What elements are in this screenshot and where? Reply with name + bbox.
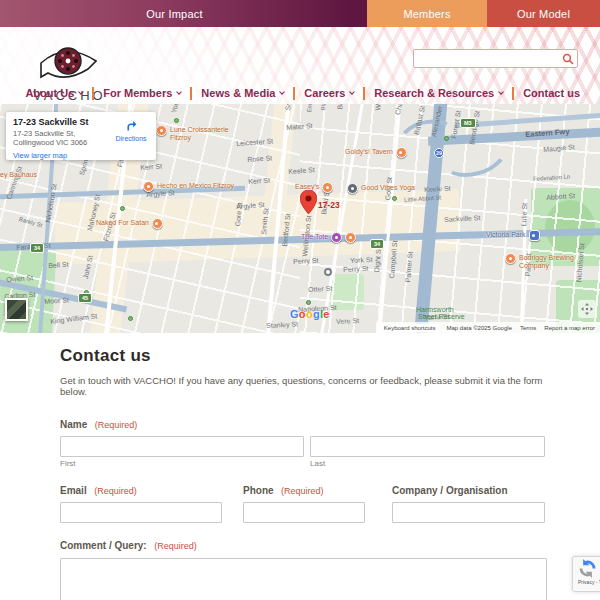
comment-label: Comment / Query: [60, 540, 147, 551]
street-label: Perry St [343, 265, 369, 273]
intro-text: Get in touch with VACCHO! If you have an… [60, 375, 545, 397]
poi-label: Hecho en Mexico Fitzroy [157, 182, 234, 190]
music-poi-icon [331, 232, 342, 243]
street-label: Bell St [48, 261, 69, 269]
comment-field-group: Comment / Query: (Required) [60, 535, 545, 600]
recaptcha-privacy-terms: Privacy - Terms [578, 579, 600, 585]
nav-news-media[interactable]: News & Media [201, 87, 284, 99]
route-shield: M3 [460, 118, 476, 128]
map-roundabout-marker [324, 268, 332, 276]
google-logo[interactable]: Google [290, 308, 330, 320]
satellite-toggle[interactable] [5, 298, 28, 321]
route-shield: 34 [30, 243, 44, 253]
map-poi[interactable]: Bodriggy BrewingCompany [505, 253, 574, 270]
pan-control-icon[interactable] [578, 300, 596, 318]
last-sublabel: Last [310, 459, 545, 468]
poi-label: Bodriggy BrewingCompany [519, 254, 574, 270]
poi-label: ey Bauhaus [0, 171, 37, 179]
directions-label: Directions [112, 135, 150, 142]
google-logo-letter: e [323, 308, 329, 320]
poi-label: Victoria Park [486, 231, 526, 239]
nav-label: For Members [103, 87, 172, 99]
map-info-address: 17-23 Sackville St, Collingwood VIC 3066 [13, 129, 113, 148]
top-utility-bar: Our Impact Members Our Model [0, 0, 600, 27]
company-field-group: Company / Organisation [392, 480, 545, 523]
nav-separator [293, 87, 295, 100]
nav-contact-us[interactable]: Contact us [523, 87, 580, 99]
map-poi[interactable]: ey Bauhaus [0, 170, 37, 179]
email-label: Email [60, 485, 87, 496]
map-poi[interactable]: Victoria Park [486, 230, 540, 241]
street-label: Harmsworth [416, 306, 454, 313]
google-logo-letter: o [299, 308, 306, 320]
company-label: Company / Organisation [392, 485, 508, 496]
first-name-input[interactable] [60, 436, 304, 457]
nav-research-resources[interactable]: Research & Resources [374, 87, 503, 99]
required-label: (Required) [94, 486, 137, 496]
transit-stop-icon [128, 316, 133, 321]
transit-stop-icon [120, 206, 125, 211]
search-icon[interactable] [559, 53, 577, 65]
phone-label: Phone [243, 485, 274, 496]
map-poi[interactable]: The Tote [301, 232, 356, 243]
map-poi[interactable]: Good Vibes Yoga [347, 183, 415, 194]
email-field-group: Email (Required) [60, 480, 222, 523]
contact-section: Contact us Get in touch with VACCHO! If … [0, 333, 600, 600]
vaccho-logo-icon [38, 39, 100, 83]
google-map[interactable]: YoungSmith StEmmaBlancheBudd StWellingto… [0, 104, 600, 333]
phone-input[interactable] [243, 502, 365, 523]
map-pin[interactable] [300, 190, 317, 218]
topbar-our-model[interactable]: Our Model [487, 0, 600, 27]
last-name-input[interactable] [310, 436, 545, 457]
recaptcha-badge[interactable]: Privacy - Terms [572, 556, 600, 592]
company-input[interactable] [392, 502, 545, 523]
terms-link[interactable]: Terms [520, 325, 536, 331]
keyboard-shortcuts-button[interactable]: Keyboard shortcuts [381, 324, 439, 332]
poi-label: Good Vibes Yoga [361, 184, 415, 192]
food-poi-icon [152, 218, 163, 229]
street-label: York St [350, 256, 373, 264]
required-label: (Required) [95, 420, 138, 430]
map-poi[interactable]: Hecho en Mexico Fitzroy [143, 181, 234, 192]
nav-separator [92, 87, 94, 100]
view-larger-map-link[interactable]: View larger map [13, 151, 149, 160]
google-logo-letter: o [306, 308, 313, 320]
google-logo-letter: g [313, 308, 320, 320]
nav-careers[interactable]: Careers [304, 87, 354, 99]
search-box [413, 49, 578, 68]
main-nav: About Us For Members News & Media Career… [25, 83, 580, 103]
page-title: Contact us [60, 346, 545, 366]
map-poi[interactable]: Lune CroissanterieFitzroy [156, 125, 229, 142]
name-field-group: Name (Required) First Last [60, 414, 545, 468]
search-input[interactable] [414, 51, 559, 66]
street-label: Lulie St [520, 203, 528, 227]
map-info-card: 17-23 Sackville St 17-23 Sackville St, C… [6, 112, 156, 160]
topbar-members[interactable]: Members [367, 0, 487, 27]
directions-button[interactable]: Directions [112, 119, 150, 142]
comment-textarea[interactable] [60, 558, 547, 600]
transit-stop-icon [392, 196, 397, 201]
nav-label: About Us [25, 87, 74, 99]
food-poi-icon [345, 232, 356, 243]
report-map-error-link[interactable]: Report a map error [544, 325, 595, 331]
chevron-down-icon [177, 89, 183, 95]
topbar-our-impact[interactable]: Our Impact [0, 0, 367, 27]
transit-stop-icon [174, 118, 179, 123]
bar-poi-icon [505, 253, 516, 264]
street-label: Perry St [293, 257, 319, 265]
required-label: (Required) [281, 486, 324, 496]
nav-separator [190, 87, 192, 100]
first-sublabel: First [60, 459, 304, 468]
map-poi[interactable]: Naked For Satan [96, 218, 163, 229]
yoga-poi-icon [347, 183, 358, 194]
nav-label: Contact us [523, 87, 580, 99]
nav-about-us[interactable]: About Us [25, 87, 83, 99]
poi-label: Lune CroissanterieFitzroy [170, 126, 229, 142]
phone-field-group: Phone (Required) [243, 480, 365, 523]
map-poi[interactable]: Goldy's! Tavern [345, 147, 407, 158]
map-attribution: Keyboard shortcuts Map data ©2025 Google… [376, 322, 600, 333]
email-input[interactable] [60, 502, 222, 523]
street-label: Keele St [424, 185, 451, 193]
nav-for-members[interactable]: For Members [103, 87, 181, 99]
transit-stop-icon [444, 136, 449, 141]
